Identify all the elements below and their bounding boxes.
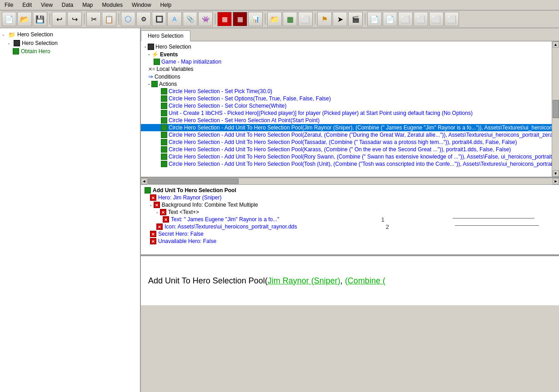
toolbar-new[interactable]: 📄 [2, 12, 16, 26]
toolbar-btn14[interactable]: 📁 [267, 12, 282, 26]
expand-hero-sel[interactable]: - [7, 40, 12, 46]
hscroll-left[interactable]: ◄ [141, 178, 147, 184]
trigger-row-r8[interactable]: Circle Hero Selection - Add Unit To Hero… [141, 139, 552, 146]
hscroll-track [147, 178, 553, 184]
trigger-row-r3[interactable]: Circle Hero Selection - Set Color Scheme… [141, 102, 552, 109]
left-panel: - 📁 Hero Selection - Hero Selection Obta… [0, 28, 141, 392]
trigger-row-r9[interactable]: Circle Hero Selection - Add Unit To Hero… [141, 146, 552, 153]
trigger-root-icon [148, 44, 154, 50]
text-expand[interactable]: - [156, 209, 158, 215]
left-tree-hero-selection[interactable]: - Hero Selection [2, 39, 138, 47]
menu-data[interactable]: Data [59, 1, 76, 9]
lower-text-row[interactable]: - ✕ Text <Text+> [143, 208, 557, 216]
trigger-local-vars-row[interactable]: ✕= Local Variables [141, 65, 552, 73]
menu-view[interactable]: View [38, 1, 55, 9]
vscroll-thumb[interactable] [553, 100, 559, 118]
trigger-row-r10[interactable]: Circle Hero Selection - Add Unit To Hero… [141, 153, 552, 160]
obtain-icon [13, 48, 19, 55]
menu-modules[interactable]: Modules [100, 1, 125, 9]
line-2 [455, 225, 539, 226]
toolbar-btn7[interactable]: 🔲 [152, 12, 166, 26]
toolbar-btn5[interactable]: ⬡ [121, 12, 135, 26]
menu-window[interactable]: Window [129, 1, 154, 9]
bottom-link1[interactable]: Jim Raynor (Sniper) [268, 276, 340, 285]
toolbar-btn6[interactable]: ⚙ [136, 12, 151, 26]
row-r7-label: Circle Hero Selection - Add Unit To Hero… [169, 132, 552, 138]
trigger-root-row[interactable]: - Hero Selection [141, 43, 552, 50]
toolbar-undo[interactable]: ↩ [52, 12, 66, 26]
trigger-conditions-row[interactable]: ⇒ Conditions [141, 73, 552, 80]
lower-unavail-row[interactable]: ✕ Unavailable Hero: False [143, 238, 557, 245]
expand-root[interactable]: - [2, 32, 6, 38]
toolbar-btn9[interactable]: 📎 [183, 12, 197, 26]
actions-expand[interactable]: - [148, 81, 150, 87]
toolbar-btn17[interactable]: 📄 [367, 12, 382, 26]
toolbar-sep3 [117, 12, 120, 26]
toolbar-btn16[interactable]: ⬜ [298, 12, 313, 26]
toolbar-cut[interactable]: ✂ [86, 12, 101, 26]
game-init-label: Game - Map initialization [161, 59, 221, 65]
game-init-icon [154, 59, 160, 65]
trigger-row-r7[interactable]: Circle Hero Selection - Add Unit To Hero… [141, 131, 552, 139]
vscroll-up[interactable]: ▲ [553, 41, 559, 48]
trigger-actions-row[interactable]: - Actions [141, 80, 552, 88]
toolbar-btn20[interactable]: ⬜ [414, 12, 428, 26]
trigger-row-r4[interactable]: Unit - Create 1 libCHS - Picked Hero[(Pi… [141, 109, 552, 117]
toolbar-film[interactable]: 🎬 [348, 12, 363, 26]
toolbar-sep6 [314, 12, 316, 26]
trigger-row-r11[interactable]: Circle Hero Selection - Add Unit To Hero… [141, 160, 552, 168]
toolbar-btn19[interactable]: ⬜ [398, 12, 413, 26]
lower-text-value-row[interactable]: ✕ Text: " James Eugene "Jim" Raynor is a… [143, 216, 557, 223]
bottom-prefix: Add Unit To Hero Selection Pool( [148, 276, 268, 285]
vscroll-down[interactable]: ▼ [553, 170, 559, 177]
toolbar-sep4 [214, 12, 216, 26]
lower-secret-row[interactable]: ✕ Secret Hero: False [143, 230, 557, 238]
trigger-row-r2[interactable]: Circle Hero Selection - Set Options(True… [141, 95, 552, 102]
toolbar-copy[interactable]: 📋 [102, 12, 116, 26]
events-expand[interactable]: - [148, 51, 150, 58]
toolbar-btn21[interactable]: ⬜ [429, 12, 444, 26]
upper-hscroll[interactable]: ◄ ► [141, 178, 559, 185]
left-tree-obtain-hero[interactable]: Obtain Hero [2, 47, 138, 55]
toolbar-btn10[interactable]: 👾 [198, 12, 213, 26]
toolbar-save[interactable]: 💾 [33, 12, 47, 26]
toolbar-btn8[interactable]: A [167, 12, 182, 26]
upper-vscroll[interactable]: ▲ ▼ [552, 41, 559, 177]
toolbar-btn22[interactable]: ⬜ [444, 12, 459, 26]
lower-title-row[interactable]: Add Unit To Hero Selection Pool [143, 187, 557, 194]
hscroll-thumb[interactable] [148, 179, 239, 184]
lower-hero-row[interactable]: ✕ Hero: Jim Raynor (Sniper) [143, 194, 557, 201]
trigger-root-expand[interactable]: - [143, 44, 146, 50]
toolbar-btn11[interactable]: ▦ [217, 12, 232, 26]
left-tree-root[interactable]: - 📁 Hero Selection [2, 30, 138, 39]
bottom-link2[interactable]: (Combine ( [345, 276, 385, 285]
row-r8-label: Circle Hero Selection - Add Unit To Hero… [169, 139, 517, 145]
trigger-row-r1[interactable]: Circle Hero Selection - Set Pick Time(30… [141, 88, 552, 95]
menu-file[interactable]: File [2, 1, 16, 9]
toolbar-btn18[interactable]: 📄 [383, 12, 397, 26]
tab-hero-selection[interactable]: Hero Selection [141, 30, 190, 41]
toolbar-btn13[interactable]: 📊 [248, 12, 263, 26]
toolbar-sep1 [48, 12, 51, 26]
trigger-row-r5[interactable]: Circle Hero Selection - Set Hero Selecti… [141, 117, 552, 124]
toolbar-open[interactable]: 📂 [17, 12, 32, 26]
row-r10-icon [161, 154, 167, 160]
text-value-icon: ✕ [163, 216, 169, 223]
toolbar-arrow[interactable]: ➤ [333, 12, 347, 26]
trigger-tree-scroll[interactable]: - Hero Selection - ⚡ Events Game - Map i… [141, 41, 552, 177]
row-r9-label: Circle Hero Selection - Add Unit To Hero… [169, 146, 511, 153]
bg-expand[interactable]: - [150, 202, 152, 208]
toolbar-btn15[interactable]: ▦ [283, 12, 297, 26]
lower-bg-row[interactable]: - ✕ Background Info: Combine Text Multip… [143, 201, 557, 208]
trigger-events-row[interactable]: - ⚡ Events [141, 50, 552, 58]
toolbar-flag[interactable]: ⚑ [317, 12, 332, 26]
trigger-row-r6[interactable]: Circle Hero Selection - Add Unit To Hero… [141, 124, 552, 131]
trigger-game-init-row[interactable]: Game - Map initialization [141, 58, 552, 65]
lower-icon-row[interactable]: ✕ Icon: Assets\Textures\ui_heroicons_por… [143, 223, 557, 230]
menu-map[interactable]: Map [80, 1, 95, 9]
hscroll-right[interactable]: ► [553, 178, 559, 184]
menu-help[interactable]: Help [158, 1, 175, 9]
menu-edit[interactable]: Edit [20, 1, 35, 9]
toolbar-redo[interactable]: ↪ [67, 12, 82, 26]
toolbar-btn12[interactable]: ▦ [233, 12, 247, 26]
